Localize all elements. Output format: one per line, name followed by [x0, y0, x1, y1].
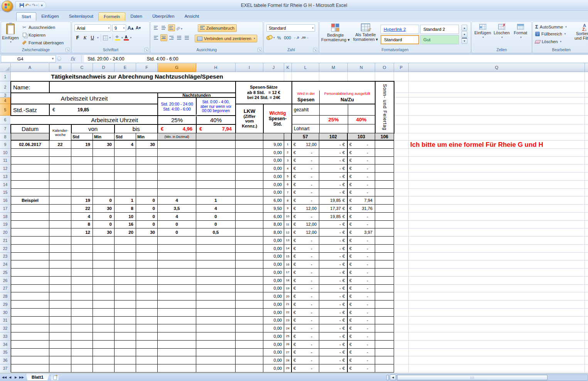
decrease-decimal-button[interactable]: ,00→ [301, 34, 310, 41]
row-header-31[interactable]: 31 [0, 317, 11, 325]
cell-F14[interactable] [136, 181, 158, 189]
cell-G19[interactable]: 0 [158, 221, 196, 229]
cell-O17[interactable] [375, 205, 394, 213]
fill-button[interactable]: ↓ Füllbereich▾ [535, 32, 566, 36]
formula-input[interactable]: Std. 20:00 - 24:00Std. 4:00 - 6:00 [84, 55, 588, 62]
cell-O30[interactable] [375, 309, 394, 317]
cell-I23[interactable] [236, 253, 263, 261]
borders-icon[interactable] [103, 35, 108, 40]
cell-E13[interactable] [115, 173, 136, 181]
cell-J23[interactable]: 0,00 [263, 253, 284, 261]
copy-button[interactable]: Kopieren [20, 32, 65, 38]
row-header-20[interactable]: 20 [0, 228, 11, 237]
cell-B25[interactable] [49, 269, 71, 277]
cell-G34[interactable] [158, 341, 196, 349]
cell-C30[interactable] [71, 309, 93, 317]
cell-C36[interactable] [71, 356, 93, 364]
clear-button[interactable]: Löschen▾ [535, 39, 561, 44]
cell-A36[interactable] [11, 356, 49, 364]
cell-D16[interactable]: 0 [93, 196, 115, 205]
cell-F31[interactable] [136, 317, 158, 325]
cell-B13[interactable] [49, 173, 71, 181]
cell-F22[interactable] [136, 245, 158, 253]
cell-H29[interactable] [196, 300, 236, 309]
cell-N22[interactable]: €- [348, 245, 375, 253]
row-header-14[interactable]: 14 [0, 181, 11, 189]
conditional-formatting-button[interactable]: Bedingte Formatierung ▾ [320, 23, 350, 47]
cell-B32[interactable] [49, 324, 71, 332]
row-header-25[interactable]: 25 [0, 269, 11, 277]
cell-P17[interactable] [394, 205, 409, 213]
cell-Q5[interactable] [409, 104, 585, 116]
cell-E25[interactable] [115, 269, 136, 277]
cell-B30[interactable] [49, 309, 71, 317]
cell-K35[interactable]: 27 [284, 349, 292, 357]
row-header-16[interactable]: 16 [0, 196, 11, 205]
cell-G18[interactable]: 4 [158, 213, 196, 221]
insert-function-button[interactable]: fx [64, 55, 82, 62]
cell-J13[interactable]: 0,00 [263, 173, 284, 181]
tab-ueberpruefen[interactable]: Überprüfen [147, 12, 180, 21]
cell-L12[interactable]: €- [292, 164, 319, 173]
cell-Q25[interactable] [409, 269, 585, 277]
cell-M1[interactable] [319, 72, 348, 81]
cell-N17[interactable]: €31,76 [348, 205, 375, 213]
cell-M31[interactable]: -€ [319, 317, 348, 325]
cell-B16[interactable] [49, 196, 71, 205]
cell-K34[interactable]: 26 [284, 341, 292, 349]
cell-O1[interactable] [375, 72, 394, 81]
cell-C31[interactable] [71, 317, 93, 325]
row-header-15[interactable]: 15 [0, 189, 11, 197]
cell-K27[interactable]: 19 [284, 285, 292, 293]
cell-P5[interactable] [394, 104, 409, 116]
cell-C27[interactable] [71, 285, 93, 293]
cell-Q22[interactable] [409, 245, 585, 253]
cell-X23[interactable] [585, 253, 588, 261]
row-header-1[interactable]: 1 [0, 72, 11, 81]
cell-J34[interactable]: 0,00 [263, 341, 284, 349]
sheet-tab-blatt1[interactable]: Blatt1 [26, 374, 49, 381]
cell-B36[interactable] [49, 356, 71, 364]
cell-I9[interactable] [236, 141, 263, 149]
cell-Q34[interactable] [409, 341, 585, 349]
cell-P25[interactable] [394, 269, 409, 277]
insert-cells-button[interactable]: Einfügen▾ [473, 24, 492, 39]
cell-E29[interactable] [115, 300, 136, 309]
cell-O35[interactable] [375, 349, 394, 357]
column-header-A[interactable]: A [11, 63, 49, 72]
cell-X37[interactable] [585, 364, 588, 373]
cell-C34[interactable] [71, 341, 93, 349]
cell-E7[interactable]: bis [114, 124, 158, 134]
cell-X4[interactable] [585, 97, 588, 104]
cell-H35[interactable] [196, 349, 236, 357]
cell-A6[interactable] [10, 115, 72, 125]
cell-G14[interactable] [158, 181, 196, 189]
row-header-23[interactable]: 23 [0, 253, 11, 261]
cell-G9[interactable] [158, 141, 196, 149]
cell-O23[interactable] [375, 253, 394, 261]
row-header-28[interactable]: 28 [0, 292, 11, 300]
cell-G17[interactable]: 3,5 [158, 205, 196, 213]
tab-seitenlayout[interactable]: Seitenlayout [64, 12, 98, 21]
cell-O14[interactable] [375, 181, 394, 189]
cell-G31[interactable] [158, 317, 196, 325]
cell-M16[interactable]: 19,85€ [319, 196, 348, 205]
tab-daten[interactable]: Daten [125, 12, 147, 21]
cell-C19[interactable]: 8 [71, 221, 93, 229]
cell-A27[interactable] [11, 285, 49, 293]
cell-H7[interactable]: €7,94 [196, 124, 236, 134]
align-right-button[interactable] [168, 34, 175, 41]
row-header-34[interactable]: 34 [0, 341, 11, 349]
cell-D32[interactable] [93, 324, 115, 332]
cell-N18[interactable]: €- [348, 213, 375, 221]
cell-A23[interactable] [11, 253, 49, 261]
cell-G28[interactable] [158, 292, 196, 300]
cell-O27[interactable] [375, 285, 394, 293]
cell-B5[interactable]: €19,85 [49, 104, 93, 116]
cell-I20[interactable] [236, 228, 263, 237]
row-header-27[interactable]: 27 [0, 285, 11, 293]
cell-A18[interactable] [11, 213, 49, 221]
cell-B23[interactable] [49, 253, 71, 261]
cell-K8[interactable] [284, 133, 292, 141]
cell-K21[interactable]: 13 [284, 237, 292, 245]
